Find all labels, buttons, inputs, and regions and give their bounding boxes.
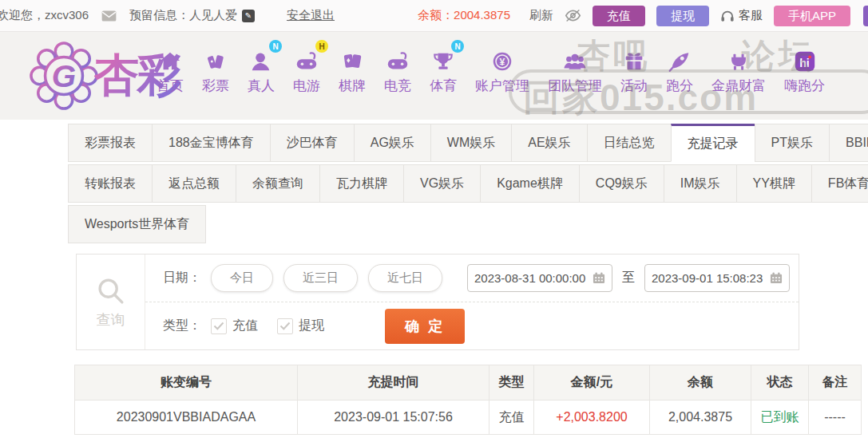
svg-text:hi: hi: [799, 57, 809, 69]
tab-bbin[interactable]: BBIN: [829, 124, 868, 162]
nav-item-jinding-wealth[interactable]: 金鼎财富: [711, 45, 766, 95]
people-icon: [562, 45, 588, 73]
col-amount: 金额/元: [534, 365, 650, 400]
gamepad-icon: H: [294, 45, 319, 73]
ding-vessel-icon: [727, 45, 751, 73]
query-label-block: 查询: [77, 255, 145, 349]
cell-change-id: 20230901VBBIADAGAA: [75, 401, 298, 434]
calendar-icon[interactable]: [593, 272, 605, 284]
date-to-input[interactable]: 2023-09-01 15:08:23: [644, 264, 790, 292]
query-panel: 查询 日期： 今日 近三日 近七日 2023-08-31 00:00:00 至 …: [76, 254, 799, 350]
col-balance: 余额: [650, 365, 751, 400]
withdraw-button[interactable]: 提现: [656, 6, 709, 26]
tab-row-1: 彩票报表 188金宝博体育 沙巴体育 AG娱乐 WM娱乐 AE娱乐 日结总览 充…: [68, 124, 868, 162]
mobile-app-button[interactable]: 手机APP: [774, 6, 850, 26]
edge-button-sliver[interactable]: [863, 6, 868, 26]
search-label: 查询: [97, 310, 125, 330]
flower-logo-icon: G: [29, 41, 99, 111]
tab-vg-casino[interactable]: VG娱乐: [403, 164, 481, 203]
trophy-icon: N: [431, 45, 455, 73]
home-icon: [158, 45, 182, 73]
tab-rebate-total[interactable]: 返点总额: [152, 164, 236, 203]
cell-remark: -----: [809, 401, 861, 434]
hi-app-icon: hi: [793, 45, 817, 73]
gift-icon: [622, 45, 646, 73]
tab-wm-casino[interactable]: WM娱乐: [430, 124, 512, 162]
tab-row-3: Wesports世界体育: [68, 205, 868, 243]
nav-item-paofen[interactable]: 跑分: [666, 45, 693, 95]
date-from-input[interactable]: 2023-08-31 00:00:00: [467, 264, 612, 292]
confirm-button[interactable]: 确 定: [385, 309, 465, 344]
tab-wali-cards[interactable]: 瓦力棋牌: [319, 164, 404, 203]
col-time: 充提时间: [298, 365, 489, 400]
nav-item-sports[interactable]: N 体育: [430, 45, 457, 95]
dealer-icon: N: [249, 45, 273, 73]
nav-item-team-management[interactable]: 团队管理: [548, 45, 602, 95]
tab-188-sport[interactable]: 188金宝博体育: [152, 124, 271, 162]
eye-off-icon[interactable]: [565, 9, 581, 22]
quick-7days-button[interactable]: 近七日: [368, 264, 442, 292]
cell-status: 已到账: [751, 401, 809, 434]
new-badge: N: [269, 40, 282, 53]
balance-text: 余额：2004.3875: [418, 8, 510, 23]
svg-text:¥: ¥: [500, 57, 505, 68]
tab-transfer-report[interactable]: 转账报表: [68, 164, 153, 203]
tab-balance-query[interactable]: 余额查询: [236, 164, 320, 203]
refresh-link[interactable]: 刷新: [529, 8, 553, 23]
tab-fb-sport[interactable]: FB体育: [811, 164, 868, 203]
tickets-icon: [204, 45, 228, 73]
nav-item-home[interactable]: 首页: [157, 45, 184, 95]
quick-today-button[interactable]: 今日: [211, 264, 273, 292]
recharge-checkbox[interactable]: 充值: [211, 318, 258, 334]
withdraw-checkbox[interactable]: 提现: [277, 318, 324, 334]
tab-yy-cards[interactable]: YY棋牌: [736, 164, 812, 203]
date-label: 日期：: [163, 270, 201, 286]
table-header-row: 账变编号 充提时间 类型 金额/元 余额 状态 备注: [75, 365, 861, 400]
tab-lottery-report[interactable]: 彩票报表: [68, 124, 153, 162]
recharge-button[interactable]: 充值: [593, 6, 645, 26]
type-filter-row: 类型： 充值 提现 确 定: [145, 302, 799, 349]
quick-3days-button[interactable]: 近三日: [283, 264, 358, 292]
col-status: 状态: [751, 365, 809, 400]
report-tabs: 彩票报表 188金宝博体育 沙巴体育 AG娱乐 WM娱乐 AE娱乐 日结总览 充…: [68, 124, 868, 246]
envelope-icon[interactable]: [101, 10, 117, 22]
tab-im-casino[interactable]: IM娱乐: [664, 164, 737, 203]
checkbox-icon: [211, 318, 227, 334]
nav-item-hi-paofen[interactable]: hi 嗨跑分: [784, 45, 825, 95]
rocket-icon: [668, 45, 692, 73]
tab-shaba-sport[interactable]: 沙巴体育: [270, 124, 355, 162]
nav-item-lottery[interactable]: 彩票: [202, 45, 229, 95]
coin-icon: ¥: [490, 45, 514, 73]
tab-cq9-casino[interactable]: CQ9娱乐: [579, 164, 664, 203]
nav-item-account-management[interactable]: ¥ 账户管理: [475, 45, 529, 95]
tab-pt-casino[interactable]: PT娱乐: [755, 124, 830, 162]
hot-badge: H: [315, 40, 328, 53]
header: G 杏彩 首页 彩票 N 真人: [0, 32, 868, 120]
table-row: 20230901VBBIADAGAA 2023-09-01 15:07:56 充…: [75, 400, 861, 434]
tab-ae-casino[interactable]: AE娱乐: [511, 124, 587, 162]
svg-text:G: G: [52, 59, 76, 93]
customer-service-link[interactable]: 客服: [720, 8, 763, 23]
logout-link[interactable]: 安全退出: [287, 8, 335, 23]
nav-item-slots[interactable]: H 电游: [293, 45, 320, 95]
top-bar: 欢迎您，zxcv306 预留信息：人见人爱 ✎ 安全退出 余额：2004.387…: [0, 0, 868, 32]
nav-item-promotions[interactable]: 活动: [620, 45, 648, 95]
cell-balance: 2,004.3875: [650, 401, 751, 434]
col-type: 类型: [489, 365, 534, 400]
tab-daily-summary[interactable]: 日结总览: [587, 124, 672, 162]
edit-icon[interactable]: ✎: [242, 10, 255, 22]
nav-item-esports[interactable]: 电竞: [384, 45, 411, 95]
col-change-id: 账变编号: [75, 365, 298, 400]
calendar-icon[interactable]: [770, 272, 783, 284]
cell-amount: +2,003.8200: [534, 401, 650, 434]
type-label: 类型：: [163, 318, 201, 334]
date-filter-row: 日期： 今日 近三日 近七日 2023-08-31 00:00:00 至 202…: [145, 255, 799, 302]
tab-deposit-withdraw-records[interactable]: 充提记录: [671, 124, 755, 162]
new-badge: N: [451, 40, 464, 53]
nav-item-live-casino[interactable]: N 真人: [248, 45, 275, 95]
tab-wesports[interactable]: Wesports世界体育: [68, 205, 206, 243]
to-label: 至: [622, 270, 635, 286]
tab-kgame-cards[interactable]: Kgame棋牌: [480, 164, 580, 203]
tab-ag-casino[interactable]: AG娱乐: [354, 124, 431, 162]
nav-item-cards[interactable]: 棋牌: [339, 45, 366, 95]
